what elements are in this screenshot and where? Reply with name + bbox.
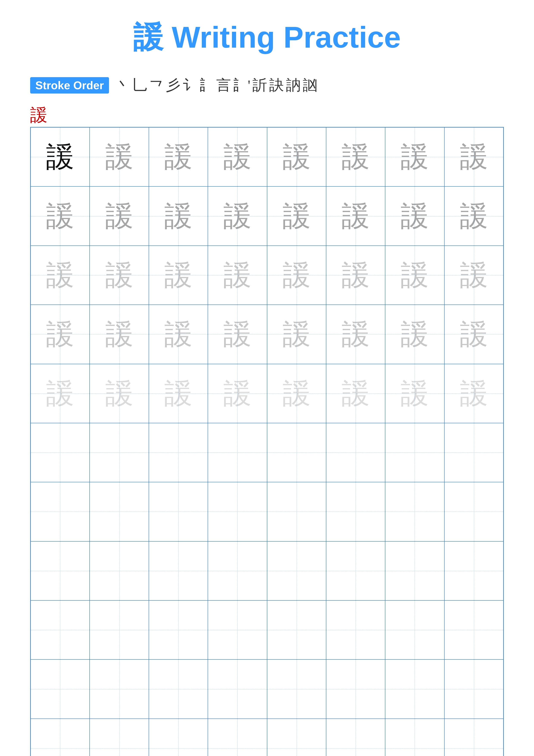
grid-cell: 諼 [445, 246, 503, 305]
grid-cell [149, 541, 208, 600]
practice-char: 諼 [283, 202, 311, 230]
practice-char: 諼 [283, 320, 311, 348]
grid-cell [149, 719, 208, 756]
practice-char: 諼 [223, 380, 251, 408]
stroke-step-3: ⺂ [149, 75, 164, 95]
practice-char: 諼 [342, 320, 369, 348]
stroke-step-10: 訣 [269, 75, 284, 95]
grid-cell [208, 719, 267, 756]
grid-cell: 諼 [326, 305, 385, 364]
grid-cell [89, 660, 149, 718]
grid-cell: 諼 [267, 186, 326, 245]
grid-cell: 諼 [385, 305, 444, 364]
practice-char: 諼 [401, 261, 429, 289]
grid-cell [326, 600, 385, 660]
practice-char: 諼 [105, 261, 133, 289]
grid-cell [208, 482, 267, 541]
practice-char: 諼 [223, 143, 251, 171]
grid-cell: 諼 [445, 364, 503, 423]
practice-char: 諼 [223, 202, 251, 230]
grid-cell: 諼 [267, 127, 326, 186]
grid-cell [385, 482, 444, 541]
practice-char: 諼 [105, 143, 133, 171]
grid-cell [326, 719, 385, 756]
grid-cell: 諼 [89, 305, 149, 364]
grid-cell: 諼 [31, 364, 89, 423]
grid-cell [208, 423, 267, 482]
stroke-order-section: Stroke Order 丶 ⺃ ⺂ 彡 讠 訁 言 訁' 訢 訣 訥 訩 [30, 75, 504, 95]
grid-cell [445, 660, 503, 718]
stroke-sequence: 丶 ⺃ ⺂ 彡 讠 訁 言 訁' 訢 訣 訥 訩 [115, 75, 318, 95]
grid-cell: 諼 [149, 246, 208, 305]
grid-cell [385, 423, 444, 482]
grid-cell [149, 423, 208, 482]
grid-cell: 諼 [31, 246, 89, 305]
grid-cell [445, 600, 503, 660]
stroke-step-4: 彡 [166, 75, 181, 95]
stroke-step-7: 言 [216, 75, 231, 95]
grid-cell: 諼 [385, 186, 444, 245]
practice-char: 諼 [283, 380, 311, 408]
page: 諼 Writing Practice Stroke Order 丶 ⺃ ⺂ 彡 … [0, 0, 534, 756]
grid-cell: 諼 [385, 246, 444, 305]
grid-cell [89, 423, 149, 482]
grid-cell [31, 482, 89, 541]
practice-char: 諼 [283, 143, 311, 171]
practice-char: 諼 [165, 202, 192, 230]
grid-cell: 諼 [31, 186, 89, 245]
practice-char: 諼 [460, 320, 488, 348]
grid-cell [89, 719, 149, 756]
stroke-step-6: 訁 [199, 75, 214, 95]
grid-cell: 諼 [326, 186, 385, 245]
stroke-step-2: ⺃ [132, 75, 147, 95]
grid-cell [31, 423, 89, 482]
grid-cell: 諼 [267, 364, 326, 423]
stroke-step-1: 丶 [115, 75, 130, 95]
practice-grid: 諼諼諼諼諼諼諼諼諼諼諼諼諼諼諼諼諼諼諼諼諼諼諼諼諼諼諼諼諼諼諼諼諼諼諼諼諼諼諼諼 [30, 127, 504, 756]
grid-cell: 諼 [326, 127, 385, 186]
grid-cell: 諼 [208, 127, 267, 186]
grid-cell [267, 719, 326, 756]
practice-char: 諼 [283, 261, 311, 289]
practice-char: 諼 [105, 202, 133, 230]
grid-cell: 諼 [208, 305, 267, 364]
page-title: 諼 Writing Practice [30, 17, 504, 58]
grid-cell [385, 660, 444, 718]
practice-char: 諼 [460, 202, 488, 230]
grid-cell [267, 660, 326, 718]
grid-cell: 諼 [89, 127, 149, 186]
practice-char: 諼 [46, 320, 74, 348]
grid-cell: 諼 [208, 246, 267, 305]
grid-cell [385, 719, 444, 756]
grid-cell [267, 423, 326, 482]
practice-char: 諼 [460, 143, 488, 171]
practice-char: 諼 [165, 143, 192, 171]
grid-cell: 諼 [89, 246, 149, 305]
practice-char: 諼 [165, 261, 192, 289]
practice-char: 諼 [401, 143, 429, 171]
grid-cell [267, 600, 326, 660]
grid-cell [445, 423, 503, 482]
grid-cell [149, 660, 208, 718]
practice-char: 諼 [46, 380, 74, 408]
grid-cell [326, 423, 385, 482]
grid-cell [267, 482, 326, 541]
grid-cell [385, 541, 444, 600]
grid-cell [445, 482, 503, 541]
grid-cell [31, 600, 89, 660]
stroke-step-8: 訁' [233, 75, 250, 95]
grid-cell [445, 541, 503, 600]
practice-char: 諼 [342, 261, 369, 289]
grid-cell [31, 541, 89, 600]
practice-char: 諼 [460, 261, 488, 289]
grid-cell [326, 482, 385, 541]
grid-cell [89, 482, 149, 541]
grid-cell [208, 541, 267, 600]
grid-cell: 諼 [149, 186, 208, 245]
practice-char: 諼 [401, 202, 429, 230]
grid-cell [326, 660, 385, 718]
stroke-final-char: 諼 [30, 104, 504, 127]
practice-char: 諼 [223, 320, 251, 348]
grid-cell: 諼 [445, 127, 503, 186]
grid-cell [31, 660, 89, 718]
